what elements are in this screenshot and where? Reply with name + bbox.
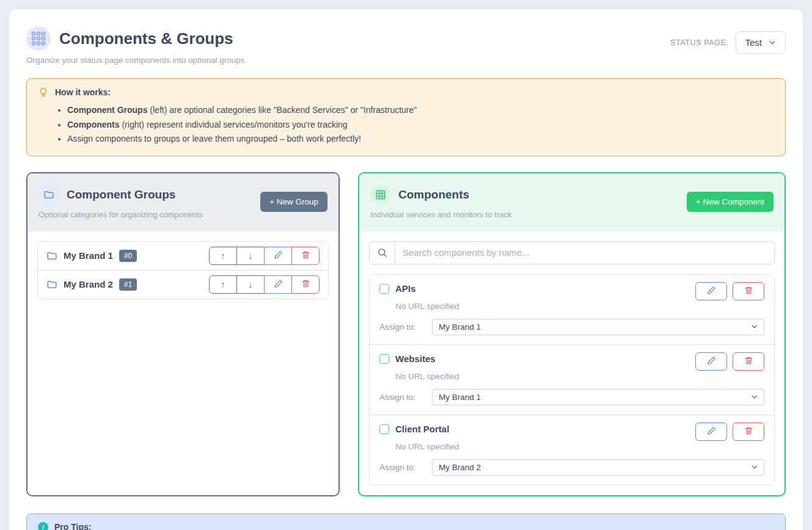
how-it-works-list: Component Groups (left) are optional cat… — [38, 103, 774, 147]
component-search — [369, 241, 775, 264]
pencil-icon — [707, 356, 716, 367]
status-page-select[interactable]: Test — [736, 31, 786, 54]
status-page-label: STATUS PAGE: — [670, 38, 728, 47]
group-name: My Brand 1 — [64, 250, 113, 261]
component-groups-panel: Component Groups Optional categories for… — [26, 172, 340, 496]
component-name: Client Portal — [395, 424, 449, 434]
new-component-button[interactable]: + New Component — [687, 192, 774, 212]
group-row: My Brand 1 #0 ↑ ↓ — [38, 242, 328, 270]
delete-component-button[interactable] — [733, 423, 764, 441]
page-title: Components & Groups — [59, 29, 233, 48]
component-url-status: No URL specified — [395, 442, 764, 451]
delete-component-button[interactable] — [733, 352, 764, 371]
assign-to-label: Assign to: — [379, 322, 432, 332]
groups-panel-title: Component Groups — [67, 188, 175, 201]
group-row: My Brand 2 #1 ↑ ↓ — [38, 270, 328, 299]
pro-tips-box: i Pro Tips: Use groups like "Backend", "… — [26, 514, 786, 530]
table-grid-icon — [370, 184, 391, 205]
components-panel: Components Individual services and monit… — [358, 172, 786, 496]
group-order-badge: #1 — [119, 278, 137, 291]
edit-component-button[interactable] — [695, 352, 727, 371]
how-it-works-item: Assign components to groups or leave the… — [67, 132, 774, 147]
pro-tips-title: Pro Tips: — [54, 522, 91, 530]
pencil-icon — [707, 286, 716, 297]
assign-to-label: Assign to: — [379, 463, 432, 472]
pencil-icon — [707, 426, 716, 437]
trash-icon — [744, 286, 753, 297]
pencil-icon — [274, 250, 283, 261]
edit-component-button[interactable] — [695, 282, 727, 300]
edit-group-button[interactable] — [264, 275, 292, 294]
component-checkbox[interactable] — [379, 424, 389, 434]
components-panel-subtitle: Individual services and monitors to trac… — [370, 210, 511, 219]
status-page-value: Test — [745, 37, 762, 48]
folder-icon — [46, 250, 57, 261]
how-it-works-box: How it works: Component Groups (left) ar… — [26, 78, 786, 156]
component-checkbox[interactable] — [379, 354, 389, 364]
component-item: Client Portal No URL specified — [370, 415, 774, 485]
assign-group-select[interactable]: My Brand 1 — [432, 389, 764, 405]
folder-icon — [46, 279, 57, 290]
lightbulb-icon — [38, 87, 49, 98]
group-name: My Brand 2 — [64, 279, 113, 289]
component-url-status: No URL specified — [395, 372, 764, 381]
group-order-badge: #0 — [119, 250, 137, 262]
component-item: Websites No URL specified — [370, 344, 774, 415]
how-it-works-item: Components (right) represent individual … — [67, 118, 774, 132]
groups-panel-subtitle: Optional categories for organizing compo… — [38, 210, 203, 219]
move-up-button[interactable]: ↑ — [209, 275, 237, 294]
page-subtitle: Organize your status page components int… — [26, 56, 244, 65]
trash-icon — [744, 426, 753, 437]
delete-group-button[interactable] — [291, 247, 320, 265]
components-grid-icon — [26, 26, 51, 51]
components-panel-title: Components — [398, 188, 469, 201]
trash-icon — [301, 279, 310, 290]
move-down-button[interactable]: ↓ — [236, 275, 265, 294]
group-list: My Brand 1 #0 ↑ ↓ — [37, 241, 329, 299]
component-item: APIs No URL specified — [370, 275, 774, 344]
component-checkbox[interactable] — [379, 284, 389, 294]
component-name: APIs — [395, 283, 415, 294]
edit-component-button[interactable] — [695, 423, 727, 441]
search-icon — [370, 242, 395, 264]
page-card: Components & Groups Organize your status… — [9, 9, 803, 530]
move-up-button[interactable]: ↑ — [209, 247, 237, 265]
assign-group-select[interactable]: My Brand 1 — [432, 319, 764, 335]
info-icon: i — [38, 522, 48, 530]
pencil-icon — [274, 279, 283, 290]
assign-to-label: Assign to: — [379, 393, 432, 402]
delete-group-button[interactable] — [291, 275, 320, 294]
assign-group-select[interactable]: My Brand 2 — [432, 459, 764, 476]
folder-icon — [38, 184, 59, 205]
trash-icon — [744, 356, 753, 367]
component-name: Websites — [395, 354, 436, 364]
edit-group-button[interactable] — [264, 247, 292, 265]
move-down-button[interactable]: ↓ — [236, 247, 265, 265]
component-list: APIs No URL specified — [369, 274, 775, 485]
how-it-works-title: How it works: — [55, 87, 111, 97]
chevron-down-icon — [768, 38, 777, 47]
trash-icon — [301, 250, 310, 261]
new-group-button[interactable]: + New Group — [260, 192, 327, 212]
page-header: Components & Groups Organize your status… — [26, 26, 786, 65]
how-it-works-item: Component Groups (left) are optional cat… — [67, 103, 774, 118]
search-input[interactable] — [395, 242, 774, 264]
component-url-status: No URL specified — [395, 302, 764, 311]
delete-component-button[interactable] — [733, 282, 764, 300]
